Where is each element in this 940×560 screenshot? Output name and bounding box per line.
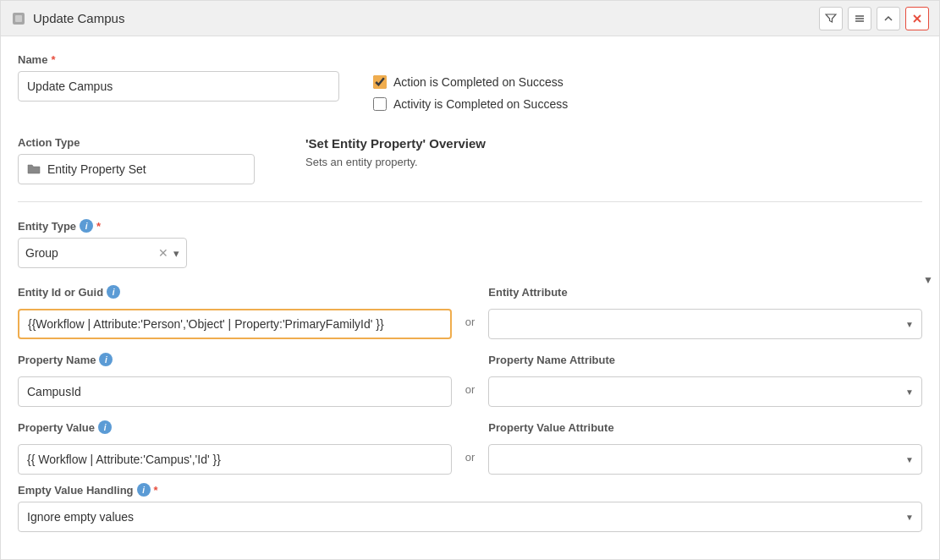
top-row: Name * Action is Completed on Success Ac… [18, 53, 922, 119]
entity-type-row: Entity Type i * Group ✕ ▾ [18, 219, 922, 268]
property-name-attribute-label: Property Name Attribute [488, 354, 922, 366]
property-name-attribute-select[interactable] [488, 376, 922, 407]
name-input[interactable] [18, 71, 339, 102]
entity-attribute-col: Entity Attribute [488, 286, 922, 339]
activity-completed-row: Activity is Completed on Success [373, 97, 922, 111]
property-value-attribute-select-container [488, 444, 922, 475]
empty-value-info-icon[interactable]: i [137, 483, 151, 497]
entity-type-clear-icon[interactable]: ✕ [158, 246, 168, 260]
or-label-1: or [460, 316, 481, 328]
menu-icon [854, 13, 866, 25]
property-name-info-icon[interactable]: i [99, 353, 113, 366]
folder-icon [27, 162, 41, 177]
close-button[interactable] [905, 7, 929, 30]
entity-attribute-label: Entity Attribute [488, 286, 922, 299]
entity-id-input[interactable] [18, 309, 452, 339]
entity-type-label: Entity Type i * [18, 219, 922, 233]
divider [18, 201, 922, 202]
menu-button[interactable] [848, 7, 871, 30]
action-type-section: Action Type Entity Property Set ▼ 'Set E… [18, 136, 922, 184]
empty-value-select[interactable]: Ignore empty values Clear the value [18, 502, 922, 532]
titlebar: Update Campus [1, 1, 939, 36]
property-value-attribute-select[interactable] [488, 444, 922, 475]
empty-value-required: * [154, 484, 158, 497]
action-completed-row: Action is Completed on Success [373, 75, 922, 89]
svg-rect-1 [15, 15, 22, 22]
empty-value-select-container: Ignore empty values Clear the value [18, 502, 922, 532]
entity-attribute-select-container [488, 309, 922, 339]
cube-icon [11, 11, 26, 26]
entity-attribute-select[interactable] [488, 309, 922, 339]
property-name-input[interactable] [18, 376, 452, 407]
property-value-input[interactable] [18, 444, 452, 475]
property-value-info-icon[interactable]: i [98, 420, 112, 434]
activity-completed-checkbox[interactable] [373, 97, 387, 111]
main-content: Name * Action is Completed on Success Ac… [1, 36, 939, 559]
name-label: Name * [18, 53, 339, 66]
overview-section: 'Set Entity Property' Overview Sets an e… [305, 136, 922, 168]
entity-type-select[interactable]: Group ✕ ▾ [18, 238, 187, 268]
property-value-attribute-col: Property Value Attribute [488, 421, 922, 475]
overview-title: 'Set Entity Property' Overview [305, 136, 922, 151]
or-label-3: or [460, 451, 481, 464]
property-value-col: Property Value i [18, 420, 452, 475]
action-completed-checkbox[interactable] [373, 75, 387, 89]
entity-type-required: * [96, 220, 101, 233]
property-name-attribute-col: Property Name Attribute [488, 354, 922, 407]
entity-type-value: Group [25, 246, 153, 260]
entity-id-col: Entity Id or Guid i [18, 285, 452, 339]
name-section: Name * [18, 53, 339, 102]
property-name-row: Property Name i or Property Name Attribu… [18, 353, 922, 407]
activity-completed-label: Activity is Completed on Success [393, 97, 568, 111]
property-name-col: Property Name i [18, 353, 452, 407]
action-type-left: Action Type Entity Property Set ▼ [18, 136, 255, 184]
main-window: Update Campus [0, 0, 940, 560]
select-arrow-icon: ▼ [923, 274, 933, 286]
property-value-attribute-label: Property Value Attribute [488, 421, 922, 434]
titlebar-actions [819, 7, 929, 30]
empty-value-section: Empty Value Handling i * Ignore empty va… [18, 483, 922, 532]
action-type-label: Action Type [18, 136, 255, 149]
property-value-row: Property Value i or Property Value Attri… [18, 420, 922, 475]
filter-icon [825, 13, 837, 25]
or-label-2: or [460, 383, 481, 396]
entity-type-info-icon[interactable]: i [80, 219, 93, 233]
collapse-icon [882, 13, 894, 25]
filter-button[interactable] [819, 7, 843, 30]
entity-id-info-icon[interactable]: i [107, 285, 120, 299]
name-required: * [51, 53, 55, 66]
titlebar-left: Update Campus [11, 11, 124, 26]
titlebar-title: Update Campus [33, 11, 124, 25]
entity-type-dropdown-icon[interactable]: ▾ [173, 247, 179, 260]
checkboxes-section: Action is Completed on Success Activity … [373, 53, 922, 119]
close-icon [912, 14, 922, 24]
collapse-button[interactable] [877, 7, 900, 30]
action-type-select[interactable]: Entity Property Set ▼ [18, 154, 255, 184]
entity-id-label: Entity Id or Guid i [18, 285, 452, 299]
action-completed-label: Action is Completed on Success [393, 75, 563, 89]
entity-id-row: Entity Id or Guid i or Entity Attribute [18, 285, 922, 339]
overview-description: Sets an entity property. [305, 156, 922, 168]
empty-value-label: Empty Value Handling i * [18, 483, 922, 497]
property-name-attribute-select-container [488, 376, 922, 407]
property-name-label: Property Name i [18, 353, 452, 366]
property-value-label: Property Value i [18, 420, 452, 434]
